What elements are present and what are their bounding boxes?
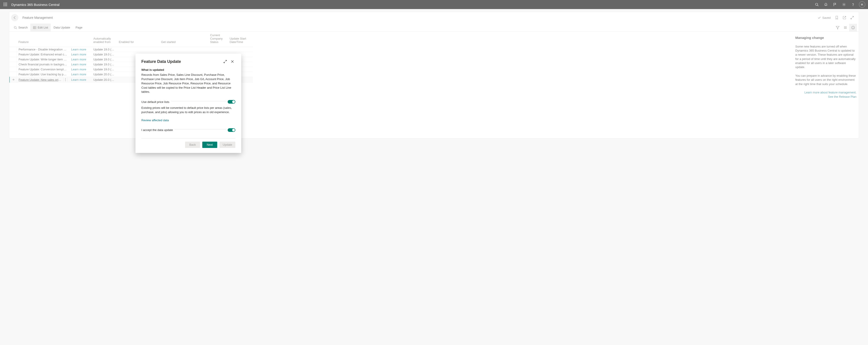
col-update-start[interactable]: Update Start Date/Time xyxy=(228,32,253,47)
page-card: Feature Management Saved Search xyxy=(9,12,859,138)
svg-rect-7 xyxy=(5,5,6,6)
flag-icon[interactable] xyxy=(830,0,839,9)
dialog-back-button[interactable]: Back xyxy=(185,142,200,148)
col-feature[interactable]: Feature xyxy=(17,32,69,47)
svg-rect-0 xyxy=(4,3,4,3)
learn-more-cell[interactable]: Learn more xyxy=(69,52,92,57)
factbox-link-learn[interactable]: Learn more about feature management. xyxy=(795,91,857,94)
learn-more-cell[interactable]: Learn more xyxy=(69,72,92,77)
feature-cell[interactable]: Check financial journals in background xyxy=(17,62,69,67)
toolbar-edit-list[interactable]: Edit List xyxy=(30,24,51,31)
svg-point-27 xyxy=(65,80,66,81)
factbox-link-release[interactable]: See the Release Plan xyxy=(795,95,857,98)
search-icon[interactable] xyxy=(812,0,822,9)
learn-more-cell[interactable]: Learn more xyxy=(69,57,92,62)
dialog-body2: Existing prices will be converted to def… xyxy=(141,106,235,114)
popout-icon[interactable] xyxy=(841,14,848,22)
toggle-accept-data-update[interactable] xyxy=(228,128,235,132)
saved-indicator: Saved xyxy=(818,16,831,20)
feature-cell[interactable]: Feature Update: Write longer item ref… xyxy=(17,57,69,62)
svg-rect-2 xyxy=(6,3,7,3)
settings-icon[interactable] xyxy=(839,0,848,9)
toolbar-page[interactable]: Page xyxy=(73,24,85,31)
svg-point-12 xyxy=(853,5,853,6)
toggle-default-price[interactable] xyxy=(228,100,235,104)
factbox-toggle-icon[interactable] xyxy=(849,24,857,31)
svg-rect-3 xyxy=(4,4,4,5)
svg-line-10 xyxy=(817,5,818,6)
factbox-p1: Some new features are turned off when Dy… xyxy=(795,44,857,69)
col-learn xyxy=(69,32,92,47)
feature-cell[interactable]: Performance - Disable Integration Ma… xyxy=(17,47,69,52)
toolbar-search[interactable]: Search xyxy=(11,24,30,31)
action-toolbar: Search Edit List Data Update Page xyxy=(9,24,859,32)
dialog-title: Feature Data Update xyxy=(141,59,221,64)
factbox-panel: Managing change Some new features are tu… xyxy=(791,32,859,103)
user-avatar[interactable]: IK xyxy=(859,1,865,8)
toggle-default-price-label: Use default price lists xyxy=(141,100,169,104)
filter-icon[interactable] xyxy=(834,24,841,31)
svg-point-25 xyxy=(65,78,66,79)
svg-line-14 xyxy=(16,28,17,29)
feature-cell[interactable]: Feature Update: Enhanced email capa… xyxy=(17,52,69,57)
svg-point-9 xyxy=(815,3,818,5)
svg-rect-4 xyxy=(5,4,6,5)
bookmark-icon[interactable] xyxy=(833,14,841,22)
app-titlebar: Dynamics 365 Business Central IK xyxy=(0,0,868,9)
auto-enabled-cell: Update 19.0 (Q4 202 xyxy=(92,62,117,67)
row-indicator-icon xyxy=(9,77,17,82)
auto-enabled-cell: Update 19.0 (Q4 202 xyxy=(92,52,117,57)
learn-more-cell[interactable]: Learn more xyxy=(69,62,92,67)
auto-enabled-cell: Update 19.0 (Q4 202 xyxy=(92,67,117,72)
svg-rect-5 xyxy=(6,4,7,5)
svg-rect-6 xyxy=(4,5,4,6)
app-title: Dynamics 365 Business Central xyxy=(11,3,60,6)
svg-rect-8 xyxy=(6,5,7,6)
svg-point-26 xyxy=(65,79,66,80)
page-header: Feature Management Saved xyxy=(9,12,859,24)
feature-cell[interactable]: Feature Update: Conversion template… xyxy=(17,67,69,72)
table-row[interactable]: Performance - Disable Integration Ma…Lea… xyxy=(9,47,253,52)
toolbar-data-update[interactable]: Data Update xyxy=(51,24,73,31)
svg-point-13 xyxy=(14,26,16,28)
auto-enabled-cell: Update 20.0 (Q2 202 xyxy=(92,72,117,77)
app-launcher-icon[interactable] xyxy=(3,2,8,7)
dialog-section-heading: What is updated xyxy=(141,68,235,71)
page-title: Feature Management xyxy=(23,16,53,20)
dialog-body: Records from Sales Price, Sales Line Dis… xyxy=(141,73,235,94)
learn-more-cell[interactable]: Learn more xyxy=(69,47,92,52)
learn-more-cell[interactable]: Learn more xyxy=(69,67,92,72)
dialog-close-icon[interactable] xyxy=(229,59,235,65)
dialog-update-button[interactable]: Update xyxy=(219,142,235,148)
auto-enabled-cell: Update 20.0 (Q2 202 xyxy=(92,77,117,82)
list-view-icon[interactable] xyxy=(841,24,849,31)
help-icon[interactable] xyxy=(848,0,858,9)
col-company-status[interactable]: Current Company Status xyxy=(208,32,228,47)
row-menu-icon[interactable] xyxy=(63,78,67,82)
col-auto[interactable]: Automatically enabled from xyxy=(92,32,117,47)
dialog-expand-icon[interactable] xyxy=(222,59,228,65)
dialog-next-button[interactable]: Next xyxy=(202,142,217,148)
svg-rect-15 xyxy=(33,26,36,29)
feature-data-update-dialog: Feature Data Update What is updated Reco… xyxy=(135,54,241,153)
col-get-started[interactable]: Get started xyxy=(159,32,208,47)
feature-cell[interactable]: Feature Update: Use tracking by pack… xyxy=(17,72,69,77)
collapse-icon[interactable] xyxy=(848,14,856,22)
svg-rect-1 xyxy=(5,3,6,3)
notifications-icon[interactable] xyxy=(822,0,830,9)
col-enabled-for[interactable]: Enabled for xyxy=(117,32,159,47)
review-affected-data-link[interactable]: Review affected data xyxy=(141,118,169,122)
toggle-accept-label: I accept the data update xyxy=(141,128,173,132)
auto-enabled-cell: Update 19.0 (Q4 202 xyxy=(92,57,117,62)
factbox-heading: Managing change xyxy=(795,36,857,40)
svg-point-11 xyxy=(843,4,844,5)
back-button[interactable] xyxy=(11,14,18,21)
factbox-p2: You can prepare in advance by enabling t… xyxy=(795,74,857,86)
feature-cell[interactable]: Feature Update: New sales pricing ex… xyxy=(17,77,69,82)
auto-enabled-cell: Update 19.0 (Q4 202 xyxy=(92,47,117,52)
learn-more-cell[interactable]: Learn more xyxy=(69,77,92,82)
